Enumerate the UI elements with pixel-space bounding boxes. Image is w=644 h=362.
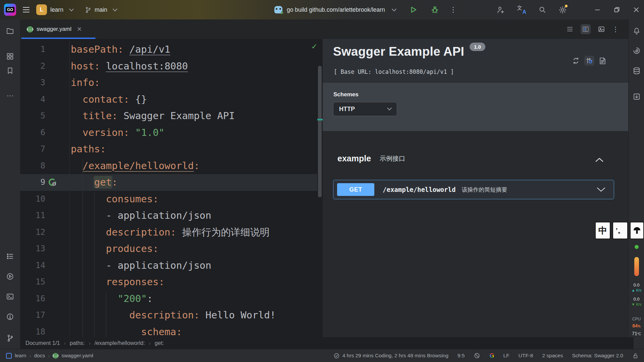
breadcrumb-item[interactable]: paths: bbox=[70, 340, 85, 346]
project-folder-icon[interactable] bbox=[6, 27, 14, 35]
run-tool-window-icon[interactable] bbox=[6, 272, 14, 280]
breadcrumb-item[interactable]: /example/helloworld: bbox=[95, 340, 145, 346]
status-path-folder[interactable]: docs bbox=[34, 353, 45, 359]
ime-punctuation-button[interactable]: ’。 bbox=[612, 222, 628, 239]
line-number: 9 bbox=[20, 174, 45, 191]
more-actions-icon[interactable]: ⋮ bbox=[450, 6, 457, 14]
code-text: info: bbox=[71, 74, 100, 91]
inspections-ok-icon[interactable]: ✓ bbox=[311, 42, 317, 51]
restore-button[interactable] bbox=[613, 6, 621, 13]
operation-summary: 该操作的简短摘要 bbox=[462, 186, 507, 194]
editor-scrollbar[interactable] bbox=[317, 39, 323, 337]
status-path-file[interactable]: swagger.yaml bbox=[61, 353, 93, 359]
project-widget[interactable]: L learn bbox=[36, 4, 73, 15]
code-line: 15 responses: bbox=[20, 274, 317, 291]
status-path-project[interactable]: learn bbox=[15, 353, 26, 359]
indent-style[interactable]: 2 spaces bbox=[542, 353, 563, 359]
http-method-badge: GET bbox=[337, 183, 374, 196]
temp-value: 71°C bbox=[629, 331, 644, 336]
operation-row-get-helloworld[interactable]: GET /example/helloworld 该操作的简短摘要 bbox=[333, 180, 614, 199]
editor-and-preview-view-icon[interactable] bbox=[581, 24, 591, 34]
api-base-url: [ Base URL: localhost:8080/api/v1 ] bbox=[334, 68, 454, 75]
expand-chevron-icon[interactable] bbox=[596, 187, 606, 193]
translate-icon[interactable]: 文 A bbox=[517, 6, 526, 14]
breadcrumb-item[interactable]: Document 1/1 bbox=[25, 340, 60, 346]
vcs-widget[interactable]: main bbox=[85, 6, 117, 13]
sync-scroll-button[interactable] bbox=[584, 56, 594, 66]
api-version-badge: 1.0 bbox=[470, 43, 485, 51]
problems-icon[interactable] bbox=[6, 313, 14, 321]
code-text: consumes: bbox=[71, 191, 159, 208]
ime-chinese-mode-button[interactable]: 中 bbox=[595, 222, 610, 239]
close-button[interactable] bbox=[633, 6, 640, 13]
preview-only-view-icon[interactable] bbox=[598, 25, 605, 33]
notifications-bell-icon[interactable] bbox=[633, 27, 641, 35]
ai-assistant-icon[interactable] bbox=[633, 47, 641, 55]
minimize-button[interactable] bbox=[594, 6, 601, 13]
settings-button[interactable] bbox=[558, 6, 567, 14]
time-tracking-widget[interactable]: 4 hrs 29 mins Coding, 2 hrs 48 mins Brow… bbox=[333, 353, 448, 359]
swagger-preview-panel: Swagger Example API 1.0 [ Base URL: loca… bbox=[323, 39, 628, 337]
dependencies-icon[interactable] bbox=[633, 93, 641, 101]
line-number: 18 bbox=[20, 324, 45, 338]
module-icon bbox=[6, 353, 12, 359]
add-user-icon[interactable] bbox=[496, 6, 505, 14]
database-icon[interactable] bbox=[633, 67, 641, 75]
tab-close-icon[interactable]: ✕ bbox=[77, 25, 82, 33]
ime-skin-button[interactable] bbox=[630, 222, 644, 239]
net-up-unit: ▲ K/s bbox=[629, 288, 644, 292]
bookmarks-icon[interactable] bbox=[6, 67, 14, 75]
main-menu-icon[interactable] bbox=[23, 6, 30, 14]
line-number: 8 bbox=[20, 158, 45, 174]
code-text: get: bbox=[71, 174, 118, 191]
caret-position[interactable]: 9:5 bbox=[458, 353, 465, 359]
chevron-down-icon bbox=[392, 7, 396, 11]
code-text: produces: bbox=[71, 241, 159, 257]
collapse-chevron-icon[interactable] bbox=[595, 157, 604, 163]
operation-path: /example/helloworld bbox=[383, 186, 455, 193]
breadcrumb-item[interactable]: get: bbox=[155, 340, 164, 346]
code-line: 8 /example/helloworld: bbox=[20, 158, 317, 174]
file-encoding[interactable]: UTF-8 bbox=[519, 353, 533, 359]
scrollbar-thumb[interactable] bbox=[318, 66, 322, 197]
openapi-file-icon: {..} bbox=[27, 26, 33, 33]
google-icon[interactable]: G bbox=[489, 352, 494, 359]
tag-group-header[interactable]: example 示例接口 bbox=[337, 154, 405, 163]
line-number: 11 bbox=[20, 207, 45, 224]
schemes-section: Schemes HTTP bbox=[323, 82, 628, 132]
code-text: description: 操作行为的详细说明 bbox=[71, 224, 270, 241]
line-number: 1 bbox=[20, 41, 45, 58]
tab-swagger-yaml[interactable]: {..} swagger.yaml ✕ bbox=[21, 19, 96, 39]
run-configuration[interactable]: go build github.com/arlettebrook/learn bbox=[287, 6, 385, 13]
code-text: basePath: /api/v1 bbox=[71, 41, 170, 58]
line-number: 17 bbox=[20, 307, 45, 324]
run-button[interactable] bbox=[409, 6, 417, 14]
code-line: 4 contact: {} bbox=[20, 91, 317, 108]
version-control-icon[interactable] bbox=[6, 334, 14, 342]
todo-list-icon[interactable] bbox=[6, 252, 14, 260]
code-text: schema: bbox=[71, 324, 182, 338]
endpoint-gutter-icon[interactable] bbox=[48, 178, 57, 187]
settings-notification-dot bbox=[565, 5, 568, 7]
code-editor[interactable]: 1basePath: /api/v12host: localhost:80803… bbox=[20, 39, 317, 337]
debug-button[interactable] bbox=[431, 6, 439, 14]
tab-options-icon[interactable]: ⋮ bbox=[612, 25, 619, 33]
unlocked-icon[interactable] bbox=[632, 353, 639, 359]
line-separator[interactable]: LF bbox=[503, 353, 509, 359]
api-docs-icon[interactable] bbox=[598, 57, 607, 65]
scheme-select[interactable]: HTTP bbox=[333, 102, 397, 116]
search-icon[interactable] bbox=[538, 6, 546, 14]
goland-logo[interactable]: GO bbox=[4, 4, 16, 16]
more-tool-windows-icon[interactable]: ⋯ bbox=[7, 92, 13, 100]
structure-icon[interactable] bbox=[6, 52, 14, 60]
copilot-disabled-icon[interactable] bbox=[474, 352, 480, 359]
schema-selector[interactable]: Schema: Swagger 2.0 bbox=[572, 353, 623, 359]
code-line: 7paths: bbox=[20, 141, 317, 158]
change-marker bbox=[317, 119, 323, 120]
editor-tab-bar: {..} swagger.yaml ✕ ⋮ bbox=[20, 19, 628, 39]
line-number: 5 bbox=[20, 108, 45, 124]
terminal-icon[interactable] bbox=[6, 293, 14, 301]
editor-only-view-icon[interactable] bbox=[566, 25, 574, 33]
refresh-icon[interactable] bbox=[572, 56, 580, 65]
net-up-value: 0.0 bbox=[629, 283, 644, 288]
